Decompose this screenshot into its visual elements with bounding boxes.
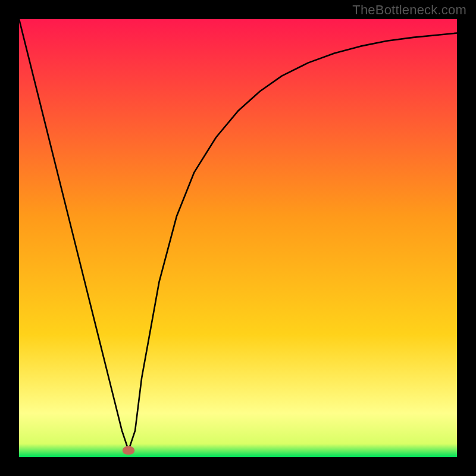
chart-background (19, 19, 457, 457)
chart-svg (19, 19, 457, 457)
chart-frame: TheBottleneck.com (0, 0, 476, 476)
watermark-text: TheBottleneck.com (352, 2, 466, 18)
plot-area (19, 19, 457, 457)
optimum-marker (123, 446, 135, 455)
